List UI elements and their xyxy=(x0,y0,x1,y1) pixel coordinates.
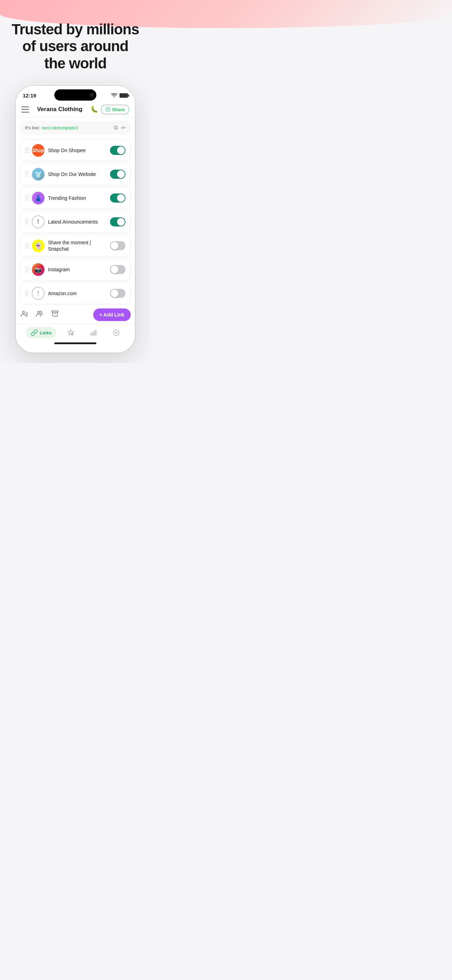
drag-dots-row xyxy=(25,172,29,172)
drag-handle[interactable] xyxy=(25,195,29,200)
drag-dot xyxy=(27,148,29,149)
svg-rect-4 xyxy=(52,311,58,312)
drag-dot xyxy=(27,197,29,198)
drag-dot xyxy=(25,197,26,198)
toggle-instagram[interactable] xyxy=(110,265,126,274)
drag-dots-row xyxy=(25,295,29,296)
drag-dot xyxy=(25,172,26,172)
toggle-website[interactable] xyxy=(110,170,126,179)
stats-nav-icon xyxy=(90,329,97,336)
users-icon[interactable] xyxy=(20,310,29,320)
url-text: It's live: nexl.ink/template3 xyxy=(25,124,78,131)
add-link-button[interactable]: + Add Link xyxy=(93,309,131,321)
nav-item-preview[interactable] xyxy=(108,327,125,338)
drag-handle[interactable] xyxy=(25,148,29,153)
archive-icon[interactable] xyxy=(51,310,59,320)
shopee-icon: Shop xyxy=(32,144,45,157)
drag-handle[interactable] xyxy=(25,291,29,296)
drag-dot xyxy=(25,199,26,200)
svg-rect-8 xyxy=(95,331,96,336)
drag-dot xyxy=(27,195,29,196)
drag-handle[interactable] xyxy=(25,243,29,248)
drag-dot xyxy=(27,199,29,200)
toggle-announcements[interactable] xyxy=(110,217,126,226)
nav-item-links[interactable]: Links xyxy=(26,327,57,338)
toggle-knob xyxy=(111,266,118,274)
menu-button[interactable] xyxy=(21,105,29,113)
live-text: It's live: xyxy=(25,125,40,130)
menu-line-1 xyxy=(21,107,29,107)
drag-dots-row xyxy=(25,176,29,177)
toggle-knob xyxy=(117,146,125,154)
front-camera xyxy=(90,93,94,97)
link-item-amazon: ! Amazon.com xyxy=(20,283,131,304)
drag-dot xyxy=(27,267,29,268)
hero-section: Trusted by millions of users around the … xyxy=(0,0,151,83)
drag-dot xyxy=(27,245,29,247)
edit-icon[interactable]: ✏ xyxy=(121,124,126,131)
drag-dots-row xyxy=(25,291,29,292)
bug-icon[interactable]: 🐛 xyxy=(91,105,98,113)
drag-handle[interactable] xyxy=(25,172,29,177)
dynamic-island xyxy=(54,89,96,100)
link-item-fashion: 👗 Trending Fashion xyxy=(20,187,131,209)
instagram-icon: 📷 xyxy=(32,263,45,276)
group-icon[interactable] xyxy=(35,310,44,320)
drag-dot xyxy=(25,219,26,220)
toggle-snapchat[interactable] xyxy=(110,241,126,250)
drag-dot xyxy=(25,291,26,292)
toggle-shopee[interactable] xyxy=(110,146,126,155)
drag-dots-row xyxy=(25,269,29,270)
drag-dot xyxy=(25,243,26,244)
share-label: Share xyxy=(112,107,125,112)
toggle-knob xyxy=(111,290,118,297)
link-label-fashion: Trending Fashion xyxy=(48,195,107,201)
links-list: Shop Shop On Shopee xyxy=(16,138,135,305)
drag-dot xyxy=(27,221,29,222)
link-label-website: Shop On Our Website xyxy=(48,171,107,177)
bottom-nav: Links xyxy=(16,324,135,340)
share-icon xyxy=(105,107,110,112)
battery-icon xyxy=(119,93,128,98)
drag-dot xyxy=(25,245,26,247)
share-button[interactable]: Share xyxy=(101,105,129,114)
toggle-fashion[interactable] xyxy=(110,194,126,203)
wifi-icon xyxy=(111,93,118,98)
drag-handle[interactable] xyxy=(25,267,29,272)
drag-dot xyxy=(27,243,29,244)
svg-point-2 xyxy=(38,311,40,313)
drag-dots-row xyxy=(25,148,29,149)
drag-dot xyxy=(25,247,26,248)
menu-line-2 xyxy=(21,109,29,110)
drag-dots-row xyxy=(25,223,29,224)
drag-dot xyxy=(27,269,29,270)
copy-icon[interactable]: ⧉ xyxy=(114,124,118,131)
drag-dots-row xyxy=(25,247,29,248)
link-label-announcements: Latest Announcements xyxy=(48,219,107,225)
drag-dot xyxy=(27,219,29,220)
status-bar: 12:19 xyxy=(16,86,135,101)
url-link[interactable]: nexl.ink/template3 xyxy=(41,125,78,130)
nav-item-design[interactable] xyxy=(62,327,79,338)
header-actions: 🐛 Share xyxy=(91,105,129,114)
drag-dots-row xyxy=(25,219,29,220)
drag-dot xyxy=(25,293,26,294)
drag-dot xyxy=(27,172,29,172)
toggle-knob xyxy=(117,218,125,226)
link-item-shopee: Shop Shop On Shopee xyxy=(20,140,131,161)
drag-dots-row xyxy=(25,267,29,268)
toggle-amazon[interactable] xyxy=(110,289,126,298)
drag-dot xyxy=(25,176,26,177)
drag-dot xyxy=(27,173,29,175)
toggle-knob xyxy=(117,194,125,202)
link-label-snapchat: Share the moment | Snapchat xyxy=(48,239,107,252)
link-item-instagram: 📷 Instagram xyxy=(20,259,131,280)
drag-dot xyxy=(25,267,26,268)
menu-line-3 xyxy=(21,112,29,113)
link-label-shopee: Shop On Shopee xyxy=(48,147,107,154)
drag-handle[interactable] xyxy=(25,219,29,224)
svg-point-3 xyxy=(40,311,42,313)
drag-dot xyxy=(27,293,29,294)
toolbar-icons xyxy=(20,310,59,320)
nav-item-stats[interactable] xyxy=(85,327,102,338)
